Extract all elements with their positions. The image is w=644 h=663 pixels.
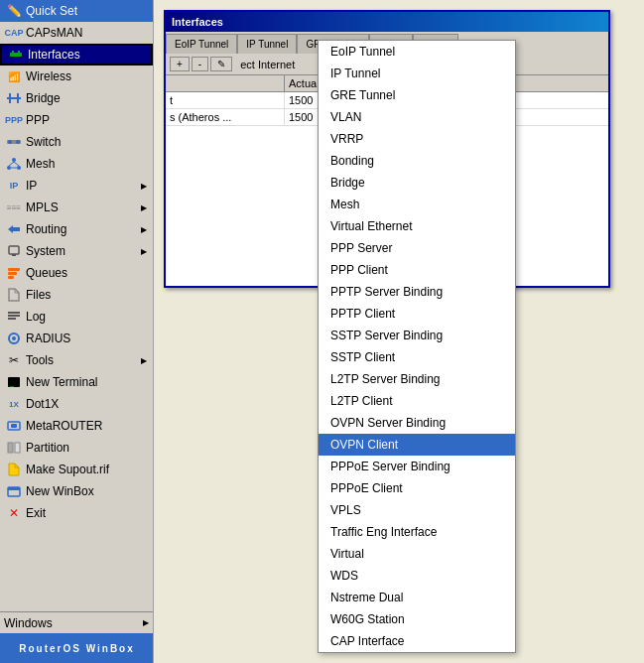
sidebar-item-bridge[interactable]: Bridge [0,87,153,109]
bridge-icon [6,90,22,106]
svg-rect-32 [8,487,20,490]
menu-item-pptp-client[interactable]: PPTP Client [319,303,515,325]
routing-icon [6,221,22,237]
sidebar-item-tools[interactable]: ✂ Tools ▶ [0,349,153,371]
routeros-winbox-label: RouterOS WinBox [0,633,154,663]
menu-item-ppp-server[interactable]: PPP Server [319,237,515,259]
menu-item-vpls[interactable]: VPLS [319,499,515,521]
interfaces-title-bar: Interfaces [166,12,608,32]
svg-rect-30 [15,443,20,453]
menu-item-w60g-station[interactable]: W60G Station [319,608,515,630]
toolbar-add-btn[interactable]: + [170,57,190,71]
sidebar-item-capsman[interactable]: CAP CAPsMAN [0,22,153,44]
col-name [166,75,285,91]
sidebar-item-queues[interactable]: Queues [0,262,153,284]
svg-line-12 [9,162,14,166]
svg-rect-2 [18,51,20,53]
menu-item-pptp-server-binding[interactable]: PPTP Server Binding [319,281,515,303]
menu-item-eoip-tunnel[interactable]: EoIP Tunnel [319,41,515,63]
menu-item-virtual-ethernet[interactable]: Virtual Ethernet [319,215,515,237]
svg-rect-17 [8,268,20,271]
routing-arrow: ▶ [141,225,147,234]
svg-rect-16 [12,254,16,256]
winbox-icon [6,483,22,499]
sidebar-item-interfaces[interactable]: Interfaces [0,44,153,66]
svg-rect-15 [9,246,19,254]
sidebar: ✏️ Quick Set CAP CAPsMAN Interfaces 📶 Wi… [0,0,154,663]
ppp-icon: PPP [6,112,22,128]
svg-point-9 [12,158,16,162]
sidebar-item-wireless[interactable]: 📶 Wireless [0,66,153,87]
menu-item-pppoe-server-binding[interactable]: PPPoE Server Binding [319,456,515,477]
menu-item-nstreme-dual[interactable]: Nstreme Dual [319,587,515,608]
sidebar-item-ppp[interactable]: PPP PPP [0,109,153,131]
svg-rect-1 [12,51,14,53]
sidebar-item-mpls[interactable]: ≡≡≡ MPLS ▶ [0,197,153,218]
menu-item-vlan[interactable]: VLAN [319,106,515,128]
system-icon [6,243,22,259]
menu-item-wds[interactable]: WDS [319,565,515,587]
menu-item-mesh[interactable]: Mesh [319,194,515,215]
svg-rect-18 [8,272,17,275]
sidebar-item-system[interactable]: System ▶ [0,240,153,262]
sidebar-item-radius[interactable]: RADIUS [0,328,153,349]
tab-eoip[interactable]: EoIP Tunnel [166,34,237,54]
menu-item-traffic-eng[interactable]: Traffic Eng Interface [319,521,515,543]
menu-item-cap-interface[interactable]: CAP Interface [319,630,515,652]
radius-icon [6,331,22,346]
queues-icon [6,265,22,281]
metarouter-icon [6,418,22,434]
sidebar-item-ip[interactable]: IP IP ▶ [0,175,153,197]
svg-rect-22 [8,318,16,320]
svg-point-7 [8,140,12,144]
sidebar-item-files[interactable]: Files [0,284,153,306]
toolbar-remove-btn[interactable]: - [192,57,208,71]
sidebar-item-dot1x[interactable]: 1X Dot1X [0,393,153,415]
menu-item-gre-tunnel[interactable]: GRE Tunnel [319,84,515,106]
menu-item-bonding[interactable]: Bonding [319,150,515,172]
sidebar-item-exit[interactable]: ✕ Exit [0,502,153,524]
ip-icon: IP [6,178,22,194]
svg-rect-29 [8,443,13,453]
pencil-icon: ✏️ [6,3,22,19]
row2-name: s (Atheros ... [166,109,285,125]
windows-bar[interactable]: Windows ▶ [0,611,153,633]
mpls-icon: ≡≡≡ [6,199,22,215]
sidebar-item-switch[interactable]: Switch [0,131,153,153]
sidebar-item-quick-set[interactable]: ✏️ Quick Set [0,0,153,22]
windows-label: Windows [4,616,53,630]
menu-item-vrrp[interactable]: VRRP [319,128,515,150]
interfaces-icon [8,47,24,63]
menu-item-bridge[interactable]: Bridge [319,172,515,194]
menu-item-l2tp-client[interactable]: L2TP Client [319,390,515,412]
dropdown-menu: EoIP Tunnel IP Tunnel GRE Tunnel VLAN VR… [318,40,516,653]
partition-icon [6,440,22,456]
windows-arrow: ▶ [143,618,149,627]
menu-item-ovpn-client[interactable]: OVPN Client [319,434,515,456]
interfaces-title: Interfaces [172,16,223,28]
menu-item-virtual[interactable]: Virtual [319,543,515,565]
sidebar-item-mesh[interactable]: Mesh [0,153,153,175]
menu-item-sstp-server-binding[interactable]: SSTP Server Binding [319,325,515,346]
menu-item-ip-tunnel[interactable]: IP Tunnel [319,63,515,84]
tab-ip-tunnel[interactable]: IP Tunnel [237,34,297,54]
sidebar-item-log[interactable]: Log [0,306,153,328]
menu-item-sstp-client[interactable]: SSTP Client [319,346,515,368]
svg-point-11 [17,166,21,170]
wireless-icon: 📶 [6,68,22,84]
menu-item-l2tp-server-binding[interactable]: L2TP Server Binding [319,368,515,390]
svg-point-8 [16,140,20,144]
svg-point-10 [7,166,11,170]
svg-rect-21 [8,315,20,317]
sidebar-item-new-terminal[interactable]: _ New Terminal [0,371,153,393]
menu-item-ovpn-server-binding[interactable]: OVPN Server Binding [319,412,515,434]
menu-item-pppoe-client[interactable]: PPPoE Client [319,477,515,499]
menu-item-ppp-client[interactable]: PPP Client [319,259,515,281]
toolbar-edit-btn[interactable]: ✎ [210,57,232,71]
sidebar-item-make-supout[interactable]: Make Supout.rif [0,459,153,480]
mpls-arrow: ▶ [141,203,147,212]
sidebar-item-partition[interactable]: Partition [0,437,153,459]
sidebar-item-metarouter[interactable]: MetaROUTER [0,415,153,437]
sidebar-item-routing[interactable]: Routing ▶ [0,218,153,240]
sidebar-item-new-winbox[interactable]: New WinBox [0,480,153,502]
